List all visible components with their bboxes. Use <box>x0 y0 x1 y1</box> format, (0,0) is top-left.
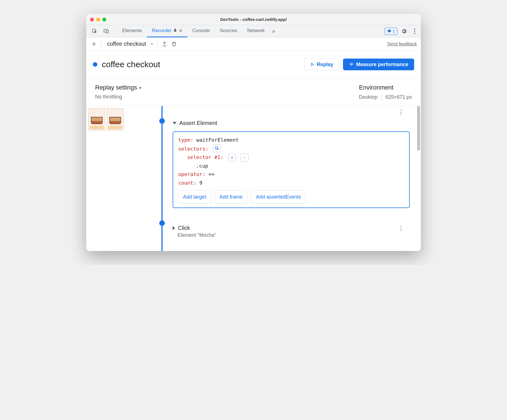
step-expand-toggle[interactable] <box>173 226 175 230</box>
more-menu-icon[interactable]: ⋮ <box>411 27 419 35</box>
recorder-toolbar: coffee checkout Send feedback <box>86 37 421 51</box>
tab-network[interactable]: Network <box>242 25 270 37</box>
selector-value[interactable]: .cup <box>196 163 208 169</box>
divider <box>157 40 158 48</box>
kv-val-type[interactable]: waitForElement <box>196 137 239 143</box>
environment-label: Environment <box>359 84 412 91</box>
inspect-icon[interactable] <box>91 27 98 35</box>
export-icon[interactable] <box>161 40 168 48</box>
recording-select-value: coffee checkout <box>107 41 146 47</box>
delete-icon[interactable] <box>170 40 178 48</box>
timeline-node <box>159 220 165 226</box>
timeline-content: ⋮ Assert Element type: waitForElement se… <box>86 106 421 251</box>
gauge-icon <box>349 62 354 67</box>
zoom-window-button[interactable] <box>102 18 106 21</box>
flask-icon <box>173 28 177 33</box>
environment-device: Desktop <box>359 94 377 100</box>
divider <box>101 40 102 48</box>
kv-key-count: count <box>178 180 193 186</box>
panel-tabstrip: Elements Recorder ✕ Console Sources Netw… <box>86 25 421 37</box>
tab-console[interactable]: Console <box>187 25 215 37</box>
pick-selector-icon[interactable] <box>213 144 221 152</box>
thumbnail[interactable] <box>107 108 124 131</box>
divider <box>381 94 382 100</box>
thumbnail[interactable] <box>88 108 105 131</box>
remove-selector-button[interactable]: － <box>241 154 248 161</box>
throttling-value: No throttling <box>95 94 142 100</box>
kv-val-operator[interactable]: == <box>208 171 214 177</box>
issues-count: 1 <box>393 29 395 33</box>
measure-performance-label: Measure performance <box>356 62 408 67</box>
svg-rect-2 <box>107 30 108 33</box>
chat-icon <box>387 29 392 33</box>
scrollbar-thumb[interactable] <box>417 106 420 151</box>
chevron-right-icon <box>139 84 142 91</box>
step-menu-icon[interactable]: ⋮ <box>398 225 404 232</box>
add-selector-button[interactable]: ＋ <box>228 154 236 161</box>
play-icon <box>310 62 315 67</box>
add-target-button[interactable]: Add target <box>178 190 211 204</box>
step-menu-icon[interactable]: ⋮ <box>398 109 404 116</box>
chevron-down-icon <box>150 41 154 47</box>
minimize-window-button[interactable] <box>96 18 100 21</box>
tab-recorder[interactable]: Recorder ✕ <box>147 25 187 37</box>
more-tabs-icon[interactable]: » <box>270 27 277 35</box>
window-title: DevTools - coffee-cart.netlify.app/ <box>220 17 287 22</box>
close-tab-icon[interactable]: ✕ <box>179 28 182 33</box>
recording-select[interactable]: coffee checkout <box>107 41 154 47</box>
add-frame-button[interactable]: Add frame <box>215 190 247 204</box>
tab-elements[interactable]: Elements <box>117 25 147 37</box>
step-collapse-toggle[interactable] <box>173 122 177 124</box>
tab-recorder-label: Recorder <box>152 28 172 33</box>
environment-dimensions: 625×671 px <box>385 94 412 100</box>
add-recording-button[interactable] <box>90 40 98 48</box>
send-feedback-link[interactable]: Send feedback <box>387 42 417 47</box>
settings-icon[interactable] <box>400 27 408 35</box>
step-thumbnails <box>86 106 128 251</box>
issues-badge[interactable]: 1 <box>385 28 397 35</box>
titlebar: DevTools - coffee-cart.netlify.app/ <box>86 14 421 25</box>
settings-band: Replay settings No throttling Environmen… <box>86 78 421 106</box>
kv-key-operator: operator <box>178 171 202 177</box>
step-subtitle: Element "Mocha" <box>178 232 410 238</box>
device-toggle-icon[interactable] <box>102 27 110 35</box>
replay-settings-toggle[interactable]: Replay settings <box>95 84 142 91</box>
replay-settings-label: Replay settings <box>95 84 137 91</box>
kv-key-selector1: selector #1 <box>187 154 220 160</box>
step-title: Assert Element <box>179 120 217 126</box>
timeline-rail <box>161 106 163 251</box>
measure-performance-button[interactable]: Measure performance <box>343 59 414 70</box>
step-title: Click <box>178 225 190 231</box>
replay-button-label: Replay <box>317 62 333 67</box>
kv-key-selectors: selectors <box>178 146 206 152</box>
recording-title: coffee checkout <box>102 60 160 69</box>
devtools-window: DevTools - coffee-cart.netlify.app/ Elem… <box>86 14 421 251</box>
traffic-lights <box>86 18 106 21</box>
close-window-button[interactable] <box>90 18 94 21</box>
divider <box>114 28 114 34</box>
timeline-node <box>159 118 165 124</box>
kv-key-type: type <box>178 137 190 143</box>
kv-val-count[interactable]: 9 <box>199 180 202 186</box>
recording-status-dot <box>93 62 97 67</box>
tab-sources[interactable]: Sources <box>215 25 242 37</box>
step-editor-panel: type: waitForElement selectors: selector… <box>173 131 410 208</box>
recording-header: coffee checkout Replay Measure performan… <box>86 51 421 78</box>
add-asserted-events-button[interactable]: Add assertedEvents <box>251 190 306 204</box>
replay-button[interactable]: Replay <box>304 59 339 70</box>
